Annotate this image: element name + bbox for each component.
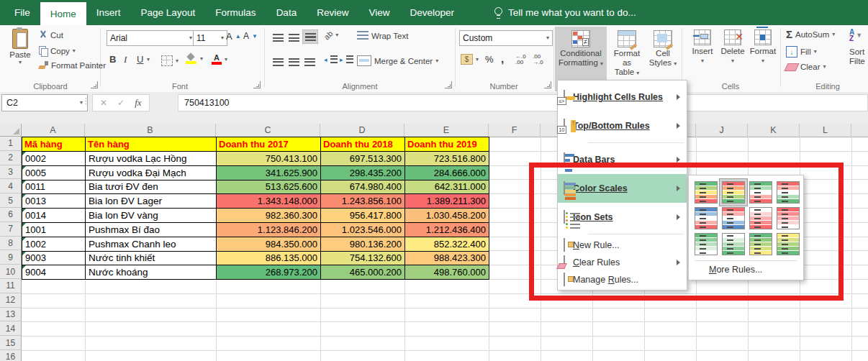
color-scale-thumbnail-red-white-green[interactable] (777, 181, 800, 204)
column-header-B[interactable]: B (85, 124, 216, 137)
copy-button[interactable]: Copy▾ (39, 46, 76, 55)
cell[interactable]: 341.625.900 (217, 166, 321, 180)
cell[interactable]: 1.023.546.000 (321, 223, 405, 237)
row-header-11[interactable]: 11 (0, 279, 22, 293)
delete-cells-button[interactable]: ✕ Delete ▾ (718, 29, 747, 64)
tab-review[interactable]: Review (307, 0, 358, 25)
cell[interactable]: 0002 (22, 152, 86, 166)
column-header-E[interactable]: E (404, 124, 489, 137)
table-header-cell[interactable]: Tên hàng (86, 137, 217, 152)
cell[interactable]: Nước tinh khiết (86, 252, 217, 266)
menu-item-manage-rules[interactable]: Manage Rules... (558, 271, 687, 288)
bottom-align-button[interactable] (302, 29, 318, 44)
cell[interactable]: 0005 (22, 166, 86, 180)
alignment-dialog-launcher[interactable] (445, 81, 452, 88)
shrink-font-button[interactable]: A▼ (243, 31, 258, 41)
orientation-button[interactable]: ab▾ (324, 31, 338, 40)
tab-page-layout[interactable]: Page Layout (131, 0, 206, 25)
cell[interactable]: 886.135.000 (217, 252, 321, 266)
top-align-button[interactable] (271, 31, 285, 44)
align-center-button[interactable] (286, 55, 301, 68)
color-scale-thumbnail-yellow-green[interactable] (777, 233, 800, 255)
font-size-combo[interactable]: 11▾ (193, 30, 227, 46)
cell[interactable]: 465.000.200 (321, 265, 405, 280)
color-scale-thumbnail-green-yellow[interactable] (749, 233, 772, 255)
cell[interactable]: 9004 (22, 265, 86, 280)
cell[interactable]: 697.513.300 (321, 152, 405, 166)
row-header-4[interactable]: 4 (0, 179, 22, 193)
align-right-button[interactable] (302, 55, 317, 68)
cell[interactable]: 982.360.300 (217, 209, 321, 223)
comma-style-button[interactable]: , (501, 52, 504, 65)
cell[interactable]: Nước khoáng (86, 265, 217, 280)
tab-data[interactable]: Data (266, 0, 307, 25)
cell[interactable]: Pushmax Bí đao (86, 223, 217, 237)
increase-decimal-button[interactable]: ←.0.00 (515, 54, 526, 65)
format-cells-button[interactable]: Format ▾ (749, 29, 777, 64)
more-rules-item[interactable]: More Rules... (709, 265, 762, 275)
tab-developer[interactable]: Developer (399, 0, 464, 25)
number-format-combo[interactable]: Custom▾ (459, 30, 553, 46)
accounting-format-button[interactable]: $▾ (461, 54, 479, 65)
cell-styles-button[interactable]: Cell Styles ▾ (646, 27, 679, 68)
cell[interactable]: 1001 (22, 223, 86, 237)
decrease-indent-button[interactable]: ◂ (324, 55, 338, 63)
color-scale-thumbnail-red-yellow-green[interactable] (722, 181, 745, 204)
menu-item-new-rule[interactable]: New Rule... (558, 237, 687, 254)
cell[interactable]: 956.417.800 (321, 209, 405, 223)
menu-item-icon-sets[interactable]: Icon Sets (558, 203, 687, 232)
wrap-text-button[interactable]: Wrap Text (357, 31, 408, 40)
row-header-12[interactable]: 12 (0, 293, 22, 308)
insert-cells-button[interactable]: Insert ▾ (688, 29, 717, 64)
format-painter-button[interactable]: Format Painter (39, 61, 106, 70)
color-scale-thumbnail-green-yellow-red[interactable] (695, 181, 718, 204)
tell-me-box[interactable]: Tell me what you want to do... (494, 0, 636, 25)
select-all-corner[interactable] (0, 124, 22, 137)
row-header-2[interactable]: 2 (0, 151, 22, 165)
row-header-10[interactable]: 10 (0, 265, 22, 279)
row-header-1[interactable]: 1 (0, 137, 22, 151)
menu-item-highlight-cells-rules[interactable]: ≤>Highlight Cells Rules (558, 83, 687, 111)
column-header-C[interactable]: C (216, 124, 320, 137)
cell[interactable]: 1.389.211.300 (405, 194, 489, 209)
cell[interactable]: Bia tươi ĐV đen (86, 180, 217, 195)
bold-button[interactable]: B (109, 54, 116, 65)
cell[interactable]: 642.311.000 (405, 180, 489, 195)
row-header-13[interactable]: 13 (0, 308, 22, 322)
cell[interactable]: 852.322.400 (405, 237, 489, 252)
column-header-L[interactable]: L (800, 124, 851, 137)
row-header-8[interactable]: 8 (0, 237, 22, 251)
decrease-decimal-button[interactable]: .00→.0 (533, 54, 543, 65)
cell[interactable]: 498.760.000 (405, 265, 489, 280)
fill-color-button[interactable]: ▾ (186, 54, 203, 64)
table-header-cell[interactable]: Mã hàng (22, 137, 86, 152)
align-left-button[interactable] (271, 55, 285, 68)
color-scale-thumbnail-white-green[interactable] (722, 233, 745, 255)
cell[interactable]: 0014 (22, 209, 86, 223)
color-scale-thumbnail-red-white-blue[interactable] (722, 207, 745, 229)
tab-file[interactable]: File (4, 0, 40, 25)
borders-button[interactable]: ▾ (161, 55, 178, 66)
tab-insert[interactable]: Insert (86, 0, 131, 25)
font-color-button[interactable]: A▾ (212, 54, 227, 65)
menu-item-color-scales[interactable]: Color Scales (558, 174, 687, 203)
cell[interactable]: 750.413.100 (217, 152, 321, 166)
cell[interactable]: 0013 (22, 194, 86, 209)
color-scale-thumbnail-green-white[interactable] (695, 233, 718, 255)
cell[interactable]: 1.123.846.200 (217, 223, 321, 237)
column-header-F[interactable]: F (489, 124, 541, 137)
cell[interactable]: 984.350.000 (217, 237, 321, 252)
row-header-14[interactable]: 14 (0, 321, 22, 336)
name-box[interactable]: C2 ▾ (1, 94, 88, 111)
cell[interactable]: 284.666.000 (405, 166, 489, 180)
cell[interactable]: 754.132.600 (321, 252, 405, 266)
table-header-cell[interactable]: Doanh thu 2017 (217, 137, 321, 152)
cell[interactable]: Rượu vodka Lạc Hồng (86, 152, 217, 166)
table-header-cell[interactable]: Doanh thu 2018 (321, 137, 405, 152)
cell[interactable]: 9003 (22, 252, 86, 266)
grow-font-button[interactable]: A▲ (226, 31, 241, 42)
fill-button[interactable]: ↓ Fill▾ (786, 46, 817, 58)
autosum-button[interactable]: Σ AutoSum▾ (786, 30, 835, 39)
row-header-3[interactable]: 3 (0, 165, 22, 180)
column-header-A[interactable]: A (22, 124, 85, 137)
